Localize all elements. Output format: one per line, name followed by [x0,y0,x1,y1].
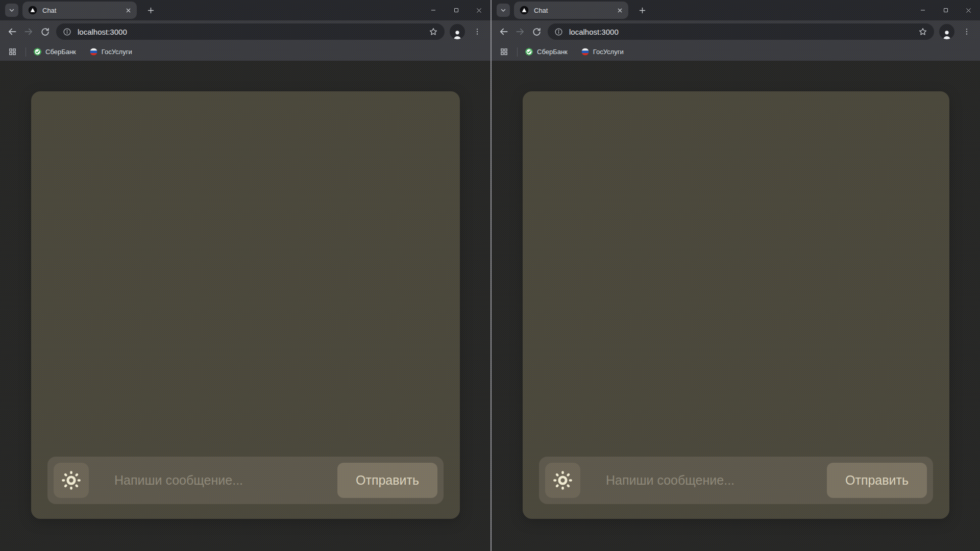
apps-grid-button[interactable] [498,46,510,58]
chat-input-bar: Отправить [47,457,444,504]
minimize-icon [430,7,436,13]
maximize-button[interactable] [934,0,957,20]
close-window-button[interactable] [957,0,980,20]
tab-close-icon[interactable] [615,6,624,15]
chat-messages-area [533,102,939,447]
grid-icon [500,47,508,56]
bookmark-label: ГосУслуги [102,48,132,56]
plus-icon [639,7,646,14]
profile-avatar-button[interactable] [939,24,954,39]
bookmark-gosuslugi[interactable]: ГосУслуги [581,47,624,56]
back-button[interactable] [4,23,20,40]
address-bar[interactable]: localhost:3000 [56,23,445,40]
screen: Chat [0,0,980,551]
chat-input-bar: Отправить [539,457,933,504]
minimize-icon [920,7,926,13]
bookmark-label: СберБанк [537,48,568,56]
tab-search-button[interactable] [497,4,510,17]
address-bar[interactable]: localhost:3000 [548,23,934,40]
new-tab-button[interactable] [144,4,157,17]
grid-icon [8,47,17,56]
arrow-left-icon [499,27,509,37]
close-window-button[interactable] [468,0,491,20]
tab-search-button[interactable] [5,4,18,17]
bookmark-sberbank[interactable]: СберБанк [33,47,76,56]
site-info-icon[interactable] [552,25,565,38]
site-favicon-icon [519,5,529,15]
url-text: localhost:3000 [569,28,917,36]
kebab-menu-icon [963,28,971,36]
new-tab-button[interactable] [635,4,649,17]
arrow-right-icon [23,27,34,37]
forward-button[interactable] [512,23,528,40]
sberbank-logo-icon [525,47,533,56]
gosuslugi-logo-icon [581,47,590,56]
forward-button[interactable] [20,23,37,40]
chat-card: Отправить [31,91,460,519]
sun-icon [553,471,572,490]
window-controls [422,0,491,20]
tab-strip: Chat [0,0,491,20]
chat-messages-area [41,102,450,447]
tab-chat[interactable]: Chat [22,2,137,19]
message-input[interactable] [580,463,827,498]
bookmark-gosuslugi[interactable]: ГосУслуги [89,47,132,56]
browser-window-left: Chat [0,0,491,551]
maximize-icon [943,7,949,13]
navigation-toolbar: localhost:3000 [492,20,980,43]
page-content: Отправить [0,61,491,551]
close-icon [965,7,972,14]
person-icon [941,29,952,39]
bookmark-star-icon[interactable] [427,26,439,38]
minimize-button[interactable] [911,0,934,20]
message-input[interactable] [89,463,337,498]
back-button[interactable] [496,23,512,40]
chat-card: Отправить [523,91,949,519]
bookmark-star-icon[interactable] [917,26,929,38]
sberbank-logo-icon [33,47,42,56]
site-info-icon[interactable] [60,25,74,38]
arrow-right-icon [515,27,525,37]
browser-menu-button[interactable] [471,26,483,38]
browser-window-right: Chat [491,0,980,551]
chevron-down-icon [500,7,507,14]
page-content: Отправить [492,61,980,551]
kebab-menu-icon [473,28,481,36]
maximize-button[interactable] [445,0,468,20]
url-text: localhost:3000 [78,28,427,36]
reload-icon [532,27,542,37]
tab-chat[interactable]: Chat [514,2,628,19]
reload-button[interactable] [37,23,53,40]
theme-toggle-button[interactable] [54,463,89,498]
bookmarks-divider [517,47,518,57]
maximize-icon [453,7,459,13]
gosuslugi-logo-icon [89,47,98,56]
profile-avatar-button[interactable] [450,24,465,39]
bookmarks-bar: СберБанк ГосУслуги [0,43,491,61]
bookmarks-divider [26,47,26,57]
bookmarks-bar: СберБанк ГосУслуги [492,43,980,61]
site-favicon-icon [28,5,38,15]
theme-toggle-button[interactable] [545,463,580,498]
reload-icon [40,27,50,37]
bookmark-sberbank[interactable]: СберБанк [525,47,568,56]
navigation-toolbar: localhost:3000 [0,20,491,43]
send-button[interactable]: Отправить [827,463,927,498]
sun-icon [62,471,81,490]
tab-strip: Chat [492,0,980,20]
close-icon [476,7,482,14]
minimize-button[interactable] [422,0,445,20]
chevron-down-icon [8,7,15,14]
apps-grid-button[interactable] [6,46,18,58]
bookmark-label: ГосУслуги [593,48,624,56]
send-button[interactable]: Отправить [337,463,437,498]
browser-menu-button[interactable] [961,26,973,38]
tab-title: Chat [534,7,615,14]
reload-button[interactable] [528,23,545,40]
bookmark-label: СберБанк [45,48,76,56]
arrow-left-icon [7,27,17,37]
plus-icon [147,7,155,14]
window-controls [911,0,980,20]
person-icon [452,29,463,39]
tab-close-icon[interactable] [124,6,133,15]
